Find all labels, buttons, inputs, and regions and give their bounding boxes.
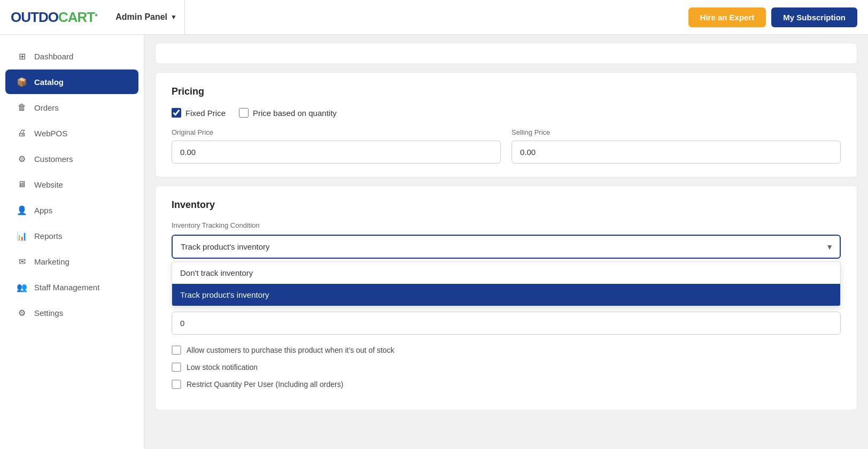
sidebar: ⊞ Dashboard 📦 Catalog 🗑 Orders 🖨 WebPOS … — [0, 35, 144, 449]
restrict-quantity-checkbox-row: Restrict Quantity Per User (Including al… — [172, 380, 841, 389]
price-based-quantity-label: Price based on quantity — [253, 109, 337, 118]
original-price-field: Original Price — [172, 128, 501, 164]
staff-icon: 👥 — [16, 281, 28, 293]
low-stock-label: Low stock notification — [187, 363, 258, 371]
sidebar-item-website[interactable]: 🖥 Website — [5, 172, 138, 197]
fixed-price-option[interactable]: Fixed Price — [172, 108, 226, 118]
apps-icon: 👤 — [16, 204, 28, 216]
fixed-price-checkbox[interactable] — [172, 108, 181, 118]
stock-quantity-input[interactable] — [172, 312, 841, 335]
out-of-stock-checkbox[interactable] — [172, 345, 181, 355]
selling-price-label: Selling Price — [511, 128, 841, 136]
dashboard-icon: ⊞ — [16, 50, 28, 62]
sidebar-item-staff-management[interactable]: 👥 Staff Management — [5, 275, 138, 299]
dropdown-overlay: Don't track inventory Track product's in… — [172, 261, 841, 306]
admin-panel-label: Admin Panel — [115, 12, 167, 22]
website-icon: 🖥 — [16, 179, 28, 190]
stock-input-wrapper — [172, 312, 841, 335]
pricing-card: Pricing Fixed Price Price based on quant… — [155, 72, 857, 177]
webpos-icon: 🖨 — [16, 127, 28, 139]
sidebar-label-apps: Apps — [34, 206, 52, 215]
low-stock-checkbox-row: Low stock notification — [172, 362, 841, 372]
marketing-icon: ✉ — [16, 256, 28, 267]
selling-price-input[interactable] — [511, 141, 841, 164]
sidebar-item-customers[interactable]: ⚙ Customers — [5, 146, 138, 171]
app-header: OUTDOCART● Admin Panel ▼ Hire an Expert … — [0, 0, 868, 35]
top-partial-card — [155, 43, 857, 64]
sidebar-label-settings: Settings — [34, 308, 63, 318]
sidebar-label-webpos: WebPOS — [34, 129, 67, 138]
tracking-condition-label: Inventory Tracking Condition — [172, 221, 841, 229]
sidebar-label-website: Website — [34, 180, 63, 189]
dropdown-option-track-product[interactable]: Track product's inventory — [172, 284, 840, 306]
my-subscription-button[interactable]: My Subscription — [771, 7, 857, 27]
logo: OUTDOCART● — [11, 9, 97, 26]
app-layout: ⊞ Dashboard 📦 Catalog 🗑 Orders 🖨 WebPOS … — [0, 35, 868, 449]
sidebar-label-orders: Orders — [34, 103, 59, 112]
sidebar-label-reports: Reports — [34, 231, 63, 241]
price-fields: Original Price Selling Price — [172, 128, 841, 164]
selling-price-field: Selling Price — [511, 128, 841, 164]
hire-expert-button[interactable]: Hire an Expert — [688, 7, 766, 27]
sidebar-label-staff: Staff Management — [34, 283, 99, 292]
tracking-condition-select[interactable]: Don't track inventory Track product's in… — [172, 235, 841, 259]
fixed-price-label: Fixed Price — [185, 109, 226, 118]
sidebar-item-reports[interactable]: 📊 Reports — [5, 223, 138, 248]
out-of-stock-label: Allow customers to purchase this product… — [187, 346, 394, 354]
sidebar-item-catalog[interactable]: 📦 Catalog — [5, 69, 138, 94]
sidebar-item-apps[interactable]: 👤 Apps — [5, 198, 138, 222]
main-content: Pricing Fixed Price Price based on quant… — [144, 35, 868, 449]
sidebar-label-catalog: Catalog — [34, 78, 64, 87]
original-price-label: Original Price — [172, 128, 501, 136]
sidebar-item-marketing[interactable]: ✉ Marketing — [5, 249, 138, 274]
orders-icon: 🗑 — [16, 102, 28, 113]
price-based-quantity-checkbox[interactable] — [239, 108, 249, 118]
inventory-title: Inventory — [172, 199, 841, 211]
sidebar-item-settings[interactable]: ⚙ Settings — [5, 300, 138, 325]
reports-icon: 📊 — [16, 230, 28, 242]
catalog-icon: 📦 — [16, 76, 28, 88]
restrict-quantity-checkbox[interactable] — [172, 380, 181, 389]
price-based-quantity-option[interactable]: Price based on quantity — [239, 108, 337, 118]
pricing-title: Pricing — [172, 86, 841, 97]
low-stock-checkbox[interactable] — [172, 362, 181, 372]
restrict-quantity-label: Restrict Quantity Per User (Including al… — [187, 380, 343, 389]
inventory-checkboxes: Allow customers to purchase this product… — [172, 345, 841, 389]
sidebar-label-customers: Customers — [34, 154, 73, 164]
inventory-card: Inventory Inventory Tracking Condition D… — [155, 185, 857, 411]
sidebar-label-dashboard: Dashboard — [34, 52, 73, 61]
sidebar-item-webpos[interactable]: 🖨 WebPOS — [5, 121, 138, 145]
sidebar-label-marketing: Marketing — [34, 257, 69, 266]
settings-icon: ⚙ — [16, 307, 28, 319]
pricing-options: Fixed Price Price based on quantity — [172, 108, 841, 118]
sidebar-item-orders[interactable]: 🗑 Orders — [5, 95, 138, 120]
out-of-stock-checkbox-row: Allow customers to purchase this product… — [172, 345, 841, 355]
tracking-condition-select-wrapper: Don't track inventory Track product's in… — [172, 235, 841, 259]
admin-panel-button[interactable]: Admin Panel ▼ — [108, 0, 185, 35]
dropdown-option-dont-track[interactable]: Don't track inventory — [172, 262, 840, 284]
original-price-input[interactable] — [172, 141, 501, 164]
sidebar-item-dashboard[interactable]: ⊞ Dashboard — [5, 44, 138, 68]
customers-icon: ⚙ — [16, 153, 28, 165]
chevron-down-icon: ▼ — [170, 13, 177, 21]
